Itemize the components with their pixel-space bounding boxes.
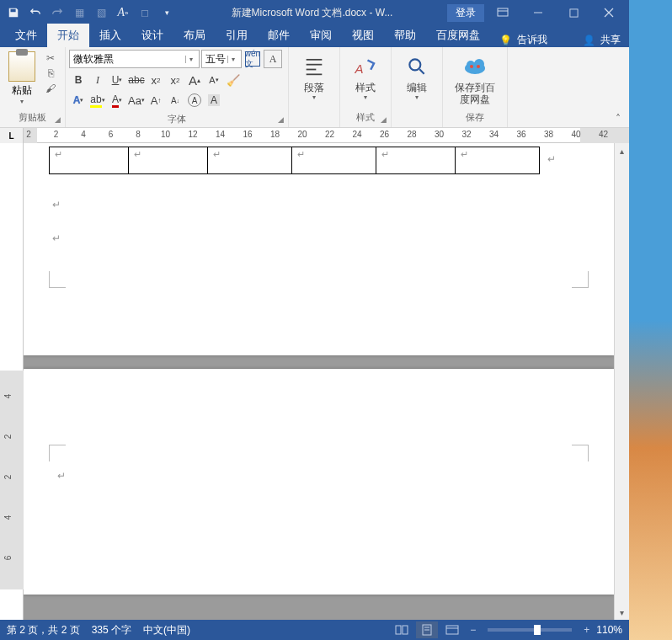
font-size-combo[interactable]: 五号▾: [201, 50, 242, 68]
font-name-combo[interactable]: 微软雅黑▾: [69, 50, 200, 68]
share-button[interactable]: 共享: [600, 33, 621, 47]
scroll-down-icon[interactable]: ▾: [615, 605, 629, 620]
tab-layout[interactable]: 布局: [173, 24, 216, 47]
page-2[interactable]: ↵: [24, 369, 614, 595]
vertical-ruler[interactable]: 42246: [0, 143, 24, 620]
clear-format-icon[interactable]: 🧹: [224, 71, 243, 89]
underline-button[interactable]: U▾: [108, 71, 126, 89]
paragraph-mark: ↵: [547, 153, 556, 165]
scroll-up-icon[interactable]: ▴: [615, 143, 629, 158]
font-color-button[interactable]: A▾: [108, 91, 126, 109]
svg-text:A: A: [355, 61, 364, 76]
qat-btn-4[interactable]: ◻: [135, 3, 155, 23]
copy-icon[interactable]: ⎘: [42, 67, 59, 80]
read-mode-icon[interactable]: [391, 621, 413, 638]
close-icon[interactable]: [592, 0, 626, 25]
clipboard-launcher-icon[interactable]: ◢: [52, 115, 62, 125]
superscript-button[interactable]: x2: [166, 71, 184, 89]
phonetic-guide-icon[interactable]: wén文: [243, 50, 262, 68]
table-row[interactable]: ↵ ↵ ↵ ↵ ↵ ↵: [50, 147, 540, 174]
svg-rect-3: [569, 8, 577, 16]
highlight-button[interactable]: ab▾: [88, 91, 107, 109]
redo-icon[interactable]: [47, 3, 67, 23]
page-status[interactable]: 第 2 页，共 2 页: [7, 623, 80, 637]
qat-more-icon[interactable]: ▾: [157, 3, 177, 23]
qat-btn-3[interactable]: A»: [113, 3, 133, 23]
print-layout-icon[interactable]: [416, 621, 438, 638]
tab-review[interactable]: 审阅: [300, 24, 342, 47]
svg-point-16: [470, 65, 473, 68]
shrink-font-button[interactable]: A▾: [205, 71, 223, 89]
zoom-out-button[interactable]: −: [470, 624, 476, 636]
page-corner: [572, 271, 589, 288]
pages-container[interactable]: ↵ ↵ ↵ ↵ ↵ ↵ ↵ ↵ ↵ ↵: [24, 143, 614, 620]
grow-font-button[interactable]: A▴: [185, 71, 204, 89]
paste-button[interactable]: 粘贴 ▾: [3, 50, 40, 107]
enclosed-char-button[interactable]: A: [185, 91, 204, 109]
page-1[interactable]: ↵ ↵ ↵ ↵ ↵ ↵ ↵ ↵ ↵: [24, 143, 614, 355]
vertical-scrollbar[interactable]: ▴ ▾: [614, 143, 629, 620]
table-cell[interactable]: ↵: [376, 147, 456, 174]
ruler-corner[interactable]: L: [0, 128, 24, 143]
horizontal-ruler[interactable]: L 22468101214161820222426283032343638404…: [0, 128, 629, 143]
table-cell[interactable]: ↵: [456, 147, 540, 174]
table-cell[interactable]: ↵: [292, 147, 376, 174]
tab-view[interactable]: 视图: [342, 24, 384, 47]
shrink-font2-button[interactable]: A↓: [166, 91, 184, 109]
paragraph-mark: ↵: [57, 470, 66, 482]
qat-btn-1[interactable]: ▦: [69, 3, 89, 23]
tab-baidu[interactable]: 百度网盘: [426, 24, 490, 47]
text-effects-button[interactable]: A▾: [69, 91, 88, 109]
tab-design[interactable]: 设计: [131, 24, 173, 47]
collapse-ribbon-icon[interactable]: ˄: [611, 113, 626, 125]
word-count[interactable]: 335 个字: [92, 623, 131, 637]
char-shading-button[interactable]: A: [205, 91, 223, 109]
tab-home[interactable]: 开始: [47, 24, 89, 47]
paragraph-button[interactable]: 段落 ▾: [292, 50, 336, 109]
maximize-icon[interactable]: [557, 0, 590, 25]
scroll-track[interactable]: [615, 158, 629, 605]
save-icon[interactable]: [3, 3, 24, 23]
tab-references[interactable]: 引用: [216, 24, 258, 47]
editing-button[interactable]: 编辑 ▾: [395, 50, 439, 109]
zoom-in-button[interactable]: +: [584, 624, 589, 636]
tab-file[interactable]: 文件: [5, 24, 47, 47]
document-table[interactable]: ↵ ↵ ↵ ↵ ↵ ↵: [49, 147, 540, 174]
char-border-icon[interactable]: A: [264, 50, 282, 68]
grow-font2-button[interactable]: A↑: [147, 91, 165, 109]
table-cell[interactable]: ↵: [208, 147, 292, 174]
cut-icon[interactable]: ✂: [42, 51, 59, 65]
strikethrough-button[interactable]: abc: [127, 71, 146, 89]
tab-mailings[interactable]: 邮件: [258, 24, 300, 47]
zoom-slider[interactable]: [488, 628, 572, 632]
zoom-level[interactable]: 110%: [596, 624, 622, 636]
svg-rect-23: [446, 626, 458, 634]
paste-icon: [8, 51, 35, 82]
table-cell[interactable]: ↵: [50, 147, 129, 174]
ribbon-display-icon[interactable]: [486, 0, 520, 25]
titlebar-right: 登录: [447, 0, 626, 25]
styles-launcher-icon[interactable]: ◢: [378, 115, 388, 125]
table-cell[interactable]: ↵: [129, 147, 208, 174]
language-status[interactable]: 中文(中国): [143, 623, 190, 637]
web-layout-icon[interactable]: [441, 621, 463, 638]
tab-help[interactable]: 帮助: [384, 24, 426, 47]
subscript-button[interactable]: x2: [147, 71, 165, 89]
paste-label: 粘贴: [12, 83, 32, 98]
group-font: 微软雅黑▾ 五号▾ wén文 A B I U▾ abc x2 x2 A▴ A▾ …: [66, 47, 289, 127]
quick-access-toolbar: ▦ ▧ A» ◻ ▾: [3, 3, 177, 23]
italic-button[interactable]: I: [88, 71, 107, 89]
styles-button[interactable]: A 样式 ▾: [344, 50, 387, 109]
font-launcher-icon[interactable]: ◢: [275, 115, 285, 125]
login-button[interactable]: 登录: [447, 4, 484, 22]
save-baidu-button[interactable]: 保存到百度网盘: [446, 50, 504, 109]
svg-rect-19: [403, 626, 408, 634]
qat-btn-2[interactable]: ▧: [91, 3, 111, 23]
minimize-icon[interactable]: [521, 0, 555, 25]
bold-button[interactable]: B: [69, 71, 88, 89]
change-case-button[interactable]: Aa▾: [127, 91, 146, 109]
tab-insert[interactable]: 插入: [89, 24, 131, 47]
format-painter-icon[interactable]: 🖌: [42, 82, 59, 95]
undo-icon[interactable]: [25, 3, 45, 23]
tell-me[interactable]: 告诉我: [517, 33, 547, 47]
